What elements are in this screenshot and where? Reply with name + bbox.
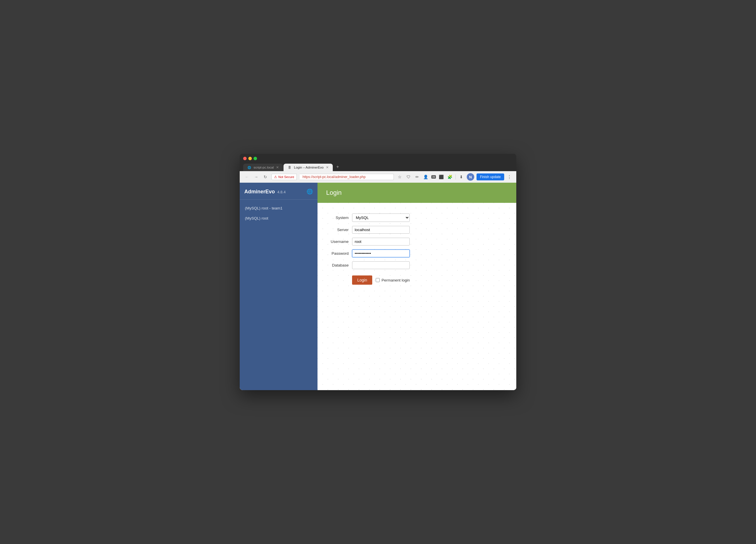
- app-title-group: AdminerEvo 4.8.4: [244, 189, 286, 195]
- database-input[interactable]: [352, 261, 410, 269]
- system-label: System: [326, 211, 352, 224]
- system-row: System MySQL PostgreSQL SQLite Oracle MS…: [326, 211, 413, 224]
- tab-close-active-icon[interactable]: ✕: [326, 165, 329, 169]
- main-panel: Login System MySQL PostgreSQL SQLite Ora…: [317, 183, 516, 390]
- sidebar-header: AdminerEvo 4.8.4 🌐: [240, 183, 317, 200]
- tab-favicon-active: 🗄: [288, 165, 292, 169]
- extension-icon2[interactable]: 🧩: [447, 175, 453, 179]
- app-version: 4.8.4: [277, 190, 286, 194]
- close-button[interactable]: [243, 157, 247, 160]
- tab-title: script-pc.local: [254, 166, 274, 169]
- login-form-area: System MySQL PostgreSQL SQLite Oracle MS…: [317, 203, 516, 390]
- tab-favicon: 🌐: [247, 165, 251, 169]
- app-name: AdminerEvo: [244, 189, 275, 194]
- tab-script-pc[interactable]: 🌐 script-pc.local ✕: [243, 164, 283, 171]
- translate-icon[interactable]: 👤: [423, 175, 429, 179]
- login-row: Login Permanent login: [352, 273, 410, 285]
- database-label: Database: [326, 259, 352, 271]
- tab-close-icon[interactable]: ✕: [276, 165, 279, 169]
- tabs-row: 🌐 script-pc.local ✕ 🗄 Login – AdminerEvo…: [243, 163, 513, 171]
- edit-icon[interactable]: ✏: [414, 175, 420, 179]
- more-options-icon[interactable]: ⋮: [506, 174, 512, 180]
- username-input[interactable]: [352, 238, 410, 245]
- toolbar-icons: ☆ 🛡 ✏ 👤 39 ⬛ 🧩 ⬇ N Finish update ⋮: [397, 173, 512, 181]
- download-icon[interactable]: ⬇: [458, 175, 464, 179]
- password-row: Password: [326, 248, 413, 259]
- reload-button[interactable]: ↻: [262, 175, 269, 179]
- bookmark-icon[interactable]: ☆: [397, 175, 403, 179]
- globe-icon[interactable]: 🌐: [307, 188, 313, 195]
- login-form-table: System MySQL PostgreSQL SQLite Oracle MS…: [326, 211, 413, 287]
- dark-icon[interactable]: ⬛: [438, 175, 445, 179]
- login-action-cell: Login Permanent login: [352, 271, 413, 287]
- server-input[interactable]: [352, 226, 410, 234]
- back-button[interactable]: ←: [244, 175, 250, 179]
- security-badge[interactable]: ⚠ Not Secure: [271, 174, 297, 180]
- database-field-cell: [352, 259, 413, 271]
- tab-title-active: Login – AdminerEvo: [294, 166, 324, 169]
- new-tab-button[interactable]: +: [333, 163, 342, 171]
- minimize-button[interactable]: [248, 157, 252, 160]
- system-select[interactable]: MySQL PostgreSQL SQLite Oracle MS SQL: [352, 214, 410, 222]
- login-button[interactable]: Login: [352, 275, 372, 285]
- forward-button[interactable]: →: [253, 175, 259, 179]
- page-header: Login: [317, 183, 516, 203]
- title-bar: 🌐 script-pc.local ✕ 🗄 Login – AdminerEvo…: [240, 154, 516, 171]
- permanent-login-text: Permanent login: [381, 278, 410, 282]
- sidebar-item-mysql-root[interactable]: (MySQL) root: [240, 213, 317, 223]
- username-label: Username: [326, 236, 352, 248]
- server-row: Server: [326, 224, 413, 236]
- system-field-cell: MySQL PostgreSQL SQLite Oracle MS SQL: [352, 211, 413, 224]
- address-bar: ← → ↻ ⚠ Not Secure https://script-pc.loc…: [240, 171, 516, 183]
- password-input[interactable]: [352, 250, 410, 257]
- sidebar-nav: (MySQL) root - team1 (MySQL) root: [240, 200, 317, 227]
- tab-adminer-login[interactable]: 🗄 Login – AdminerEvo ✕: [283, 164, 333, 171]
- server-field-cell: [352, 224, 413, 236]
- finish-update-button[interactable]: Finish update: [477, 173, 504, 180]
- browser-window: 🌐 script-pc.local ✕ 🗄 Login – AdminerEvo…: [240, 154, 516, 390]
- sidebar-item-mysql-team1[interactable]: (MySQL) root - team1: [240, 203, 317, 213]
- username-row: Username: [326, 236, 413, 248]
- maximize-button[interactable]: [254, 157, 257, 160]
- permanent-login-checkbox[interactable]: [376, 278, 380, 282]
- database-row: Database: [326, 259, 413, 271]
- browser-content: AdminerEvo 4.8.4 🌐 (MySQL) root - team1 …: [240, 183, 516, 390]
- badge-count: 39: [431, 175, 436, 179]
- login-action-spacer: [326, 271, 352, 287]
- login-action-row: Login Permanent login: [326, 271, 413, 287]
- server-label: Server: [326, 224, 352, 236]
- avatar-button[interactable]: N: [467, 173, 474, 181]
- url-field[interactable]: https://script-pc.local/adminer_loader.p…: [300, 174, 394, 180]
- username-field-cell: [352, 236, 413, 248]
- extension-icon1[interactable]: 🛡: [405, 175, 412, 179]
- traffic-lights: [243, 157, 257, 160]
- not-secure-label: Not Secure: [278, 175, 294, 179]
- sidebar: AdminerEvo 4.8.4 🌐 (MySQL) root - team1 …: [240, 183, 317, 390]
- permanent-login-label[interactable]: Permanent login: [376, 278, 410, 282]
- badge-icon[interactable]: 39: [431, 175, 436, 179]
- password-label: Password: [326, 248, 352, 259]
- warning-icon: ⚠: [274, 175, 277, 179]
- page-title: Login: [326, 189, 508, 197]
- password-field-cell: [352, 248, 413, 259]
